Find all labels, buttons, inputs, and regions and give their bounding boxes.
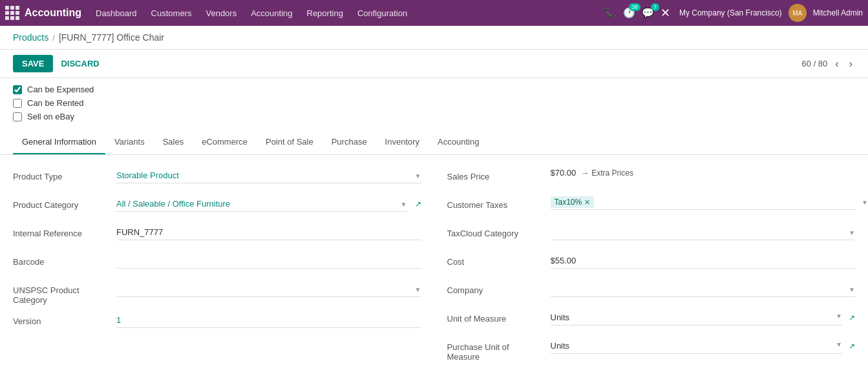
form-area: Product Type Storable Product Consumable… (0, 155, 868, 381)
taxcloud-label: TaxCloud Category (447, 225, 551, 238)
sell-on-ebay-label[interactable]: Sell on eBay (27, 112, 74, 121)
activity-icon[interactable]: 🕐 38 (623, 7, 635, 19)
product-type-value: Storable Product Consumable Service ▼ (116, 168, 421, 183)
cost-input[interactable] (551, 253, 856, 269)
tab-general-information[interactable]: General Information (13, 130, 105, 154)
product-category-value: All / Saleable / Office Furniture ▼ ↗ (116, 196, 421, 212)
tab-sales[interactable]: Sales (154, 130, 193, 154)
purchase-uom-external-link[interactable]: ↗ (849, 342, 855, 351)
user-name: Mitchell Admin (813, 8, 863, 17)
can-be-expensed-label[interactable]: Can be Expensed (27, 85, 94, 94)
company-label: Company (447, 282, 551, 295)
uom-label: Unit of Measure (447, 310, 551, 324)
pagination: 60 / 80 ‹ › (802, 57, 855, 71)
phone-icon[interactable]: 📞 (604, 7, 617, 19)
product-type-row: Product Type Storable Product Consumable… (13, 168, 421, 189)
internal-reference-input[interactable] (116, 225, 421, 240)
sales-price-row: Sales Price $70.00 → Extra Prices (447, 168, 856, 189)
purchase-uom-label-text: Purchase Unit ofMeasure (447, 342, 509, 362)
taxcloud-row: TaxCloud Category ▼ (447, 225, 856, 245)
uom-value: Units ▼ ↗ (551, 310, 856, 325)
tax-select-arrow: ▼ (862, 199, 868, 206)
nav-link-configuration[interactable]: Configuration (351, 6, 414, 21)
version-input[interactable] (116, 313, 421, 328)
extra-prices-link[interactable]: → Extra Prices (581, 169, 633, 178)
unspsc-select[interactable] (116, 282, 421, 297)
sales-price-amount: $70.00 (551, 168, 577, 178)
chat-icon[interactable]: 💬 7 (642, 7, 654, 19)
internal-reference-label: Internal Reference (13, 225, 116, 238)
can-be-rented-checkbox[interactable] (13, 99, 22, 108)
unspsc-select-wrap: ▼ (116, 282, 421, 297)
breadcrumb-parent[interactable]: Products (13, 32, 48, 43)
nav-link-customers[interactable]: Customers (145, 6, 198, 21)
version-value (116, 313, 421, 328)
save-button[interactable]: SAVE (13, 55, 53, 72)
checkboxes-section: Can be Expensed Can be Rented Sell on eB… (0, 78, 868, 128)
tax-tag-close[interactable]: ✕ (584, 198, 590, 207)
customer-taxes-value: Tax10% ✕ ▼ (551, 196, 856, 210)
next-button[interactable]: › (847, 57, 855, 71)
nav-logo: Accounting (5, 6, 81, 20)
company-name: My Company (San Francisco) (679, 8, 782, 17)
product-category-label: Product Category (13, 196, 116, 210)
sales-price-group: $70.00 → Extra Prices (551, 168, 633, 178)
barcode-input[interactable] (116, 253, 421, 269)
grid-icon[interactable] (5, 6, 19, 20)
internal-reference-value (116, 225, 421, 240)
purchase-uom-select-wrap: Units ▼ (551, 338, 843, 354)
product-category-row: Product Category All / Saleable / Office… (13, 196, 421, 217)
tab-inventory[interactable]: Inventory (376, 130, 429, 154)
uom-select-wrap: Units ▼ (551, 310, 843, 325)
barcode-value (116, 253, 421, 269)
avatar[interactable]: MA (789, 4, 807, 22)
nav-link-vendors[interactable]: Vendors (199, 6, 243, 21)
tab-point-of-sale[interactable]: Point of Sale (257, 130, 323, 154)
sell-on-ebay-checkbox[interactable] (13, 112, 22, 121)
unspsc-row: UNSPSC Product Category ▼ (13, 282, 421, 305)
main-content: Can be Expensed Can be Rented Sell on eB… (0, 78, 868, 381)
uom-row: Unit of Measure Units ▼ ↗ (447, 310, 856, 331)
taxcloud-select[interactable] (551, 225, 856, 240)
nav-link-reporting[interactable]: Reporting (301, 6, 350, 21)
company-select[interactable] (551, 282, 856, 297)
unspsc-value: ▼ (116, 282, 421, 297)
purchase-uom-value: Units ▼ ↗ (551, 338, 856, 354)
product-type-select-wrap: Storable Product Consumable Service ▼ (116, 168, 421, 183)
form-left: Product Type Storable Product Consumable… (13, 168, 421, 369)
discard-button[interactable]: DISCARD (61, 59, 99, 68)
tab-accounting[interactable]: Accounting (429, 130, 488, 154)
checkbox-row-expensed: Can be Expensed (13, 85, 855, 94)
close-icon[interactable]: ✕ (661, 6, 670, 20)
action-bar: SAVE DISCARD 60 / 80 ‹ › (0, 50, 868, 78)
checkbox-row-ebay: Sell on eBay (13, 112, 855, 121)
tax-input[interactable] (597, 198, 635, 207)
tab-ecommerce[interactable]: eCommerce (193, 130, 257, 154)
taxcloud-value: ▼ (551, 225, 856, 240)
breadcrumb: Products / [FURN_7777] Office Chair (0, 26, 868, 50)
version-label: Version (13, 313, 116, 326)
uom-external-link[interactable]: ↗ (849, 313, 855, 322)
barcode-label: Barcode (13, 253, 116, 267)
tab-purchase[interactable]: Purchase (323, 130, 376, 154)
pagination-count: 60 / 80 (802, 59, 828, 68)
sales-price-value: $70.00 → Extra Prices (551, 168, 856, 178)
nav-link-accounting[interactable]: Accounting (244, 6, 299, 21)
product-category-select[interactable]: All / Saleable / Office Furniture (116, 196, 407, 212)
tax-tag-label: Tax10% (555, 198, 582, 207)
tab-variants[interactable]: Variants (105, 130, 154, 154)
uom-select[interactable]: Units (551, 310, 843, 325)
customer-taxes-row: Customer Taxes Tax10% ✕ ▼ (447, 196, 856, 217)
prev-button[interactable]: ‹ (832, 57, 841, 71)
nav-link-dashboard[interactable]: Dashboard (89, 6, 143, 21)
product-category-select-wrap: All / Saleable / Office Furniture ▼ (116, 196, 407, 212)
breadcrumb-current: [FURN_7777] Office Chair (59, 32, 164, 43)
nav-links: Dashboard Customers Vendors Accounting R… (89, 6, 602, 21)
product-category-external-link[interactable]: ↗ (415, 200, 421, 209)
can-be-expensed-checkbox[interactable] (13, 85, 22, 94)
purchase-uom-select[interactable]: Units (551, 338, 843, 354)
product-type-label: Product Type (13, 168, 116, 181)
product-type-select[interactable]: Storable Product Consumable Service (116, 168, 421, 183)
can-be-rented-label[interactable]: Can be Rented (27, 98, 83, 108)
cost-row: Cost (447, 253, 856, 274)
